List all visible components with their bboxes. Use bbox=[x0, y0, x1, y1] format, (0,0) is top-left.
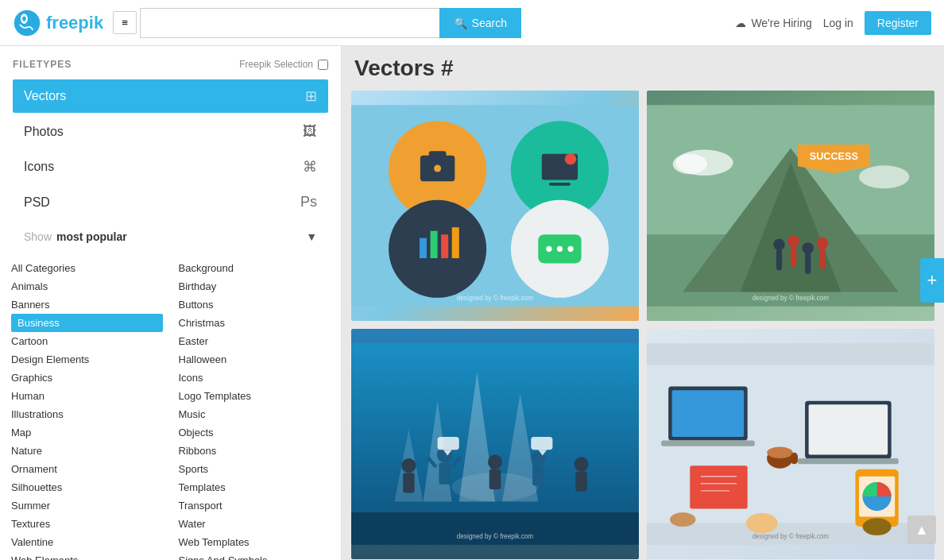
search-input[interactable] bbox=[140, 8, 439, 38]
image-card[interactable]: designed by © freepik.com bbox=[351, 329, 639, 559]
filetype-item-icons[interactable]: Icons⌘ bbox=[13, 150, 328, 183]
category-item[interactable]: Birthday bbox=[179, 277, 331, 295]
cloud-icon: ☁ bbox=[735, 17, 746, 29]
header: freepik ≡ 🔍 Search ☁ We're Hiring Log in… bbox=[0, 0, 944, 46]
category-item[interactable]: Buttons bbox=[179, 295, 331, 314]
category-item[interactable]: Ornament bbox=[11, 460, 163, 478]
freepik-selection: Freepik Selection bbox=[239, 59, 328, 70]
svg-rect-36 bbox=[805, 253, 811, 274]
category-item[interactable]: Christmas bbox=[179, 314, 331, 332]
logo[interactable]: freepik bbox=[13, 9, 103, 37]
category-item[interactable]: Human bbox=[11, 387, 163, 405]
svg-rect-58 bbox=[575, 471, 586, 491]
categories-col1: All CategoriesAnimalsBannersBusinessCart… bbox=[11, 259, 163, 560]
filetype-name: PSD bbox=[24, 195, 50, 210]
filetype-item-psd[interactable]: PSDPs bbox=[13, 186, 328, 218]
category-item[interactable]: Templates bbox=[179, 478, 331, 496]
category-item[interactable]: Summer bbox=[11, 496, 163, 515]
filetype-name: Icons bbox=[24, 160, 54, 174]
category-item[interactable]: Background bbox=[179, 259, 331, 277]
svg-rect-61 bbox=[531, 437, 552, 450]
logo-text: freepik bbox=[46, 13, 103, 33]
category-item[interactable]: Ribbons bbox=[179, 442, 331, 460]
svg-point-53 bbox=[488, 455, 502, 469]
category-item[interactable]: Design Elements bbox=[11, 350, 163, 369]
category-item[interactable]: Cartoon bbox=[11, 332, 163, 350]
svg-text:SUCCESS: SUCCESS bbox=[810, 151, 858, 162]
freepik-selection-label: Freepik Selection bbox=[239, 59, 313, 70]
svg-rect-49 bbox=[439, 463, 450, 485]
svg-text:designed by © freepik.com: designed by © freepik.com bbox=[457, 533, 534, 540]
categories-grid: All CategoriesAnimalsBannersBusinessCart… bbox=[0, 253, 341, 560]
category-item[interactable]: Icons bbox=[179, 369, 331, 387]
image-card[interactable]: SUCCESS designed by © freepik.com bbox=[647, 91, 934, 321]
category-item[interactable]: Music bbox=[179, 405, 331, 423]
chevron-down-icon: ▼ bbox=[306, 230, 317, 243]
show-label: Show bbox=[24, 230, 52, 243]
category-item[interactable]: Banners bbox=[11, 295, 163, 314]
svg-rect-14 bbox=[431, 231, 438, 258]
category-item[interactable]: Web Templates bbox=[179, 533, 331, 551]
svg-rect-72 bbox=[798, 458, 899, 464]
svg-point-28 bbox=[673, 154, 707, 174]
register-button[interactable]: Register bbox=[865, 11, 931, 35]
svg-rect-56 bbox=[532, 465, 544, 485]
menu-button[interactable]: ≡ bbox=[113, 11, 137, 34]
main: FILETYPES Freepik Selection Vectors⊞Phot… bbox=[0, 46, 944, 560]
image-card[interactable]: designed by © freepik.com bbox=[647, 329, 934, 559]
svg-point-46 bbox=[401, 458, 416, 473]
image-grid: designed by © freepik.com bbox=[351, 91, 934, 559]
svg-point-33 bbox=[773, 239, 784, 250]
svg-rect-54 bbox=[489, 469, 501, 489]
category-item[interactable]: Water bbox=[179, 515, 331, 533]
category-item[interactable]: Animals bbox=[11, 277, 163, 295]
freepik-selection-checkbox[interactable] bbox=[318, 60, 328, 70]
category-item[interactable]: Silhouettes bbox=[11, 478, 163, 496]
svg-point-2 bbox=[22, 16, 26, 21]
image-card[interactable]: designed by © freepik.com bbox=[351, 91, 639, 321]
filetype-name: Photos bbox=[24, 125, 64, 139]
hiring-link[interactable]: ☁ We're Hiring bbox=[735, 17, 811, 29]
filetype-item-vectors[interactable]: Vectors⊞ bbox=[13, 79, 328, 113]
category-item[interactable]: Textures bbox=[11, 515, 163, 533]
float-add-button[interactable]: + bbox=[920, 258, 944, 303]
category-item[interactable]: Logo Templates bbox=[179, 387, 331, 405]
svg-point-57 bbox=[575, 457, 589, 471]
category-item[interactable]: Graphics bbox=[11, 369, 163, 387]
filetype-item-photos[interactable]: Photos🖼 bbox=[13, 115, 328, 148]
filetypes-header: FILETYPES Freepik Selection bbox=[13, 59, 328, 70]
svg-point-37 bbox=[802, 242, 813, 253]
category-item[interactable]: Web Elements bbox=[11, 551, 163, 560]
svg-text:designed by © freepik.com: designed by © freepik.com bbox=[752, 295, 830, 302]
search-button[interactable]: 🔍 Search bbox=[439, 8, 521, 38]
logo-icon bbox=[13, 9, 41, 37]
category-item[interactable]: Map bbox=[11, 423, 163, 442]
category-item[interactable]: Transport bbox=[179, 496, 331, 515]
category-item[interactable]: Sports bbox=[179, 460, 331, 478]
category-item[interactable]: Valentine bbox=[11, 533, 163, 551]
svg-point-83 bbox=[746, 513, 778, 533]
category-item[interactable]: Illustrations bbox=[11, 405, 163, 423]
category-item[interactable]: All Categories bbox=[11, 259, 163, 277]
svg-rect-71 bbox=[809, 404, 888, 454]
category-item[interactable]: Nature bbox=[11, 442, 163, 460]
filetype-name: Vectors bbox=[24, 89, 66, 103]
show-popular-dropdown[interactable]: Show most popular ▼ bbox=[13, 221, 328, 253]
svg-text:designed by © freepik.com: designed by © freepik.com bbox=[752, 533, 830, 540]
svg-point-35 bbox=[787, 235, 799, 246]
card-image-3: designed by © freepik.com bbox=[351, 329, 639, 559]
svg-point-85 bbox=[670, 512, 696, 527]
filetypes-list: Vectors⊞Photos🖼Icons⌘PSDPs bbox=[13, 79, 328, 218]
category-item[interactable]: Objects bbox=[179, 423, 331, 442]
popular-label: most popular bbox=[56, 230, 127, 243]
filetype-icon: ⊞ bbox=[305, 87, 317, 105]
menu-icon: ≡ bbox=[122, 17, 128, 29]
category-item[interactable]: Halloween bbox=[179, 350, 331, 369]
scroll-top-button[interactable]: ▲ bbox=[907, 516, 936, 544]
category-item[interactable]: Easter bbox=[179, 332, 331, 350]
sidebar: FILETYPES Freepik Selection Vectors⊞Phot… bbox=[0, 46, 342, 560]
svg-point-7 bbox=[434, 164, 441, 172]
category-item[interactable]: Signs And Symbols bbox=[179, 551, 331, 560]
login-button[interactable]: Log in bbox=[823, 17, 853, 29]
category-item[interactable]: Business bbox=[11, 314, 163, 332]
